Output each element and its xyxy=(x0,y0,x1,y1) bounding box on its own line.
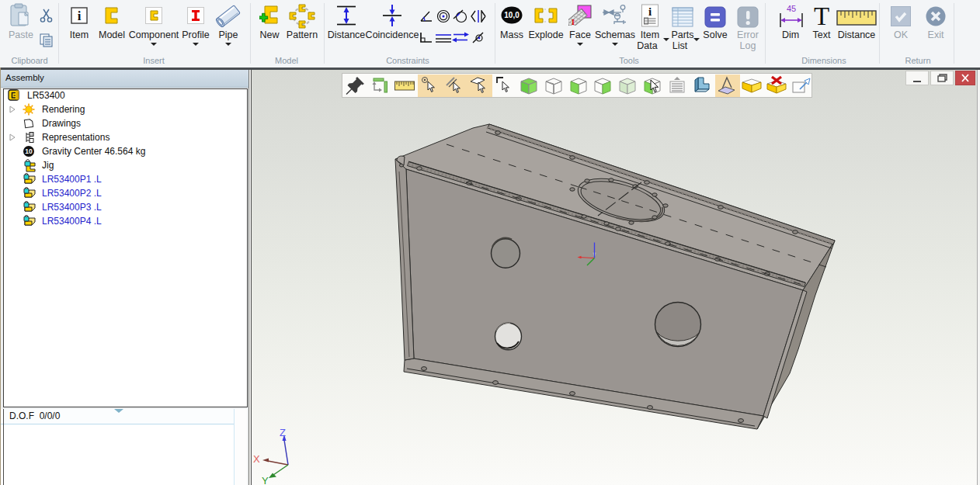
svg-text:i: i xyxy=(78,9,82,23)
svg-text:T: T xyxy=(814,5,829,28)
svg-text:Y: Y xyxy=(262,475,269,485)
svg-text:i: i xyxy=(648,5,652,18)
svg-text:45: 45 xyxy=(787,4,796,13)
svg-text:10,0: 10,0 xyxy=(504,11,520,19)
svg-text:X: X xyxy=(253,453,260,465)
svg-text:I: I xyxy=(572,18,575,26)
svg-text:10: 10 xyxy=(25,147,33,155)
svg-text:Z: Z xyxy=(280,427,286,438)
